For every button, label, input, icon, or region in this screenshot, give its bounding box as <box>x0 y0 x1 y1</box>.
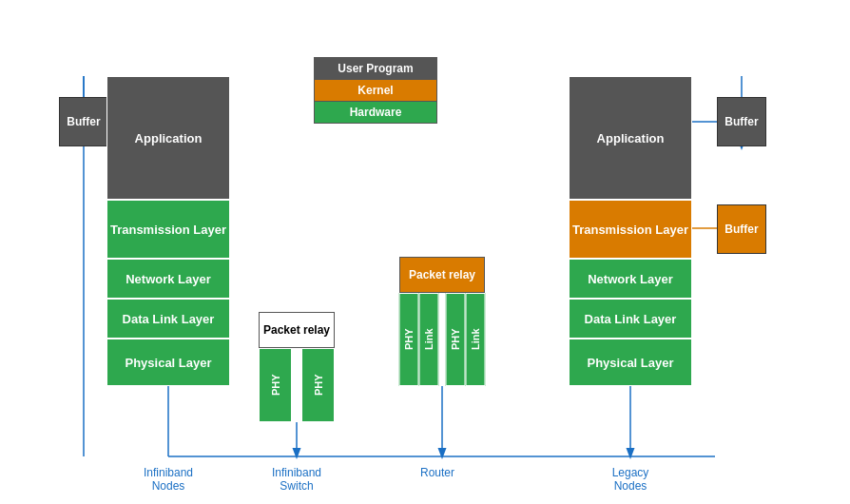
ib-switch-relay: Packet relay <box>259 312 335 348</box>
router-link2: Link <box>466 293 486 386</box>
left-data-layer: Data Link Layer <box>106 299 230 339</box>
left-buffer-top: Buffer <box>59 97 108 146</box>
right-net-layer: Network Layer <box>569 259 692 299</box>
ib-switch-phy-row: PHY PHY <box>259 348 335 422</box>
left-net-layer: Network Layer <box>106 259 230 299</box>
router-link1: Link <box>419 293 439 386</box>
router-phy1: PHY <box>399 293 419 386</box>
diagram: User Program Kernel Hardware Buffer Appl… <box>0 0 850 504</box>
legend-kernel: Kernel <box>315 80 436 102</box>
legend-hardware: Hardware <box>315 102 436 123</box>
right-phys-layer: Physical Layer <box>569 339 692 386</box>
label-infiniband-nodes: InfinibandNodes <box>106 466 230 493</box>
right-node-stack: Application Transmission Layer Network L… <box>569 76 692 386</box>
ib-phy1: PHY <box>259 348 292 422</box>
label-router: Router <box>390 466 485 479</box>
right-trans-layer: Transmission Layer <box>569 200 692 259</box>
left-app-layer: Application <box>106 76 230 200</box>
left-trans-layer: Transmission Layer <box>106 200 230 259</box>
ib-switch: Packet relay PHY PHY <box>259 312 335 422</box>
label-legacy-nodes: LegacyNodes <box>569 466 692 493</box>
ib-phy-gap <box>292 348 301 422</box>
left-phys-layer: Physical Layer <box>106 339 230 386</box>
right-data-layer: Data Link Layer <box>569 299 692 339</box>
legend-user: User Program <box>315 58 436 80</box>
right-buffer-mid: Buffer <box>717 204 766 254</box>
legend: User Program Kernel Hardware <box>314 57 437 124</box>
router-relay: Packet relay <box>399 257 485 293</box>
left-node-stack: Application Transmission Layer Network L… <box>106 76 230 386</box>
ib-phy2: PHY <box>301 348 335 422</box>
label-ib-switch: InfinibandSwitch <box>249 466 344 493</box>
router-phy-link-row: PHY Link PHY Link <box>399 293 485 386</box>
router-stack: Packet relay PHY Link PHY Link <box>399 257 485 386</box>
right-app-layer: Application <box>569 76 692 200</box>
router-phy2: PHY <box>446 293 466 386</box>
router-gap <box>438 293 446 386</box>
right-buffer-top: Buffer <box>717 97 766 146</box>
